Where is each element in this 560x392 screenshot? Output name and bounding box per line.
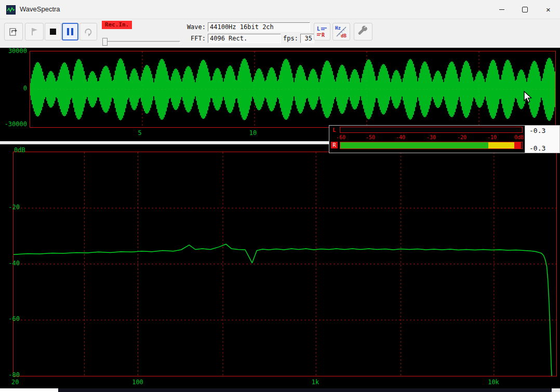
rec-in-badge: Rec.In. xyxy=(102,21,132,29)
close-icon: × xyxy=(546,5,551,14)
stop-icon xyxy=(50,29,56,35)
fps-label: fps: xyxy=(282,35,298,42)
svg-text:L: L xyxy=(317,26,320,32)
wave-format-field[interactable]: 44100Hz 16bit 2ch xyxy=(208,22,310,32)
hz-db-axis-icon: Hz dB xyxy=(335,25,348,38)
meter-bar-yellow xyxy=(488,142,514,148)
stop-button[interactable] xyxy=(45,23,61,40)
fft-label: FFT: xyxy=(171,35,206,42)
spec-xtick-10k: 10k xyxy=(483,379,504,386)
wave-ytick-top: 30000 xyxy=(3,48,27,55)
spec-ytick-60: -60 xyxy=(2,316,20,322)
app-icon xyxy=(6,5,16,15)
wave-xtick-5: 5 xyxy=(132,130,148,137)
waveform-plot xyxy=(30,51,556,128)
meter-bar-green xyxy=(340,142,488,148)
settings-button[interactable] xyxy=(354,23,372,40)
level-slider-thumb[interactable] xyxy=(102,38,108,46)
meter-scale-tick: -30 xyxy=(424,134,438,140)
channel-lr-button[interactable]: L R xyxy=(314,23,330,40)
title-bar[interactable]: WaveSpectra × xyxy=(0,0,560,19)
spec-ytick-80: -80 xyxy=(2,372,20,379)
axis-settings-button[interactable]: Hz dB xyxy=(332,23,350,40)
meter-bar-red xyxy=(514,142,521,148)
minimize-button[interactable] xyxy=(490,0,513,19)
window-title: WaveSpectra xyxy=(20,5,60,13)
record-button[interactable] xyxy=(4,23,23,40)
meter-scale-tick: -40 xyxy=(393,134,408,140)
fps-field[interactable]: 35 xyxy=(300,34,314,43)
meter-left-value: -0.3 xyxy=(529,127,545,134)
record-input-icon xyxy=(8,26,19,37)
close-button[interactable]: × xyxy=(537,0,560,19)
wave-label: Wave: xyxy=(171,23,206,31)
meter-scale-tick: 0dB xyxy=(506,134,524,140)
spectrum-pane: 0dB -20 -40 -60 -80 20 100 1k 10k xyxy=(0,144,560,388)
spectrum-plot xyxy=(13,152,557,376)
meter-scale-tick: -60 xyxy=(334,134,348,140)
spec-ytick-20: -20 xyxy=(2,204,20,211)
maximize-icon xyxy=(522,7,528,12)
wave-xtick-10: 10 xyxy=(245,130,261,137)
taskbar-edge-corner xyxy=(552,388,560,392)
spec-ytick-0: 0dB xyxy=(14,147,25,154)
meter-scale-tick: -20 xyxy=(455,134,469,140)
pause-button[interactable] xyxy=(62,23,78,40)
meter-left-bar xyxy=(340,127,523,133)
play-flag-icon xyxy=(29,26,39,37)
play-button[interactable] xyxy=(25,23,44,40)
spec-xtick-100: 100 xyxy=(127,379,148,386)
spec-xtick-20: 20 xyxy=(11,379,19,386)
repeat-button[interactable] xyxy=(79,23,97,40)
spec-ytick-40: -40 xyxy=(2,260,20,267)
minimize-icon xyxy=(499,9,504,10)
meter-right-bar xyxy=(340,142,523,149)
level-meter-bars: L -60 -50 -40 -30 -20 -10 0dB R xyxy=(329,125,525,153)
maximize-button[interactable] xyxy=(513,0,537,19)
level-slider-track[interactable] xyxy=(102,41,180,43)
repeat-icon xyxy=(83,26,94,37)
level-meter: L -60 -50 -40 -30 -20 -10 0dB R -0.3 -0.… xyxy=(329,125,560,153)
spec-xtick-1k: 1k xyxy=(305,379,326,386)
taskbar-edge xyxy=(0,388,560,392)
mouse-cursor xyxy=(524,91,534,104)
meter-scale-tick: -10 xyxy=(485,134,499,140)
lr-channel-icon: L R xyxy=(316,25,328,38)
wave-ytick-bottom: -30000 xyxy=(3,121,27,128)
svg-text:dB: dB xyxy=(341,33,346,38)
meter-scale-tick: -50 xyxy=(363,134,378,140)
wavespectra-window: WaveSpectra × xyxy=(0,0,560,392)
pause-icon xyxy=(67,28,73,35)
fft-settings-field[interactable]: 4096 Rect. xyxy=(208,34,281,43)
wave-ytick-mid: 0 xyxy=(3,85,27,92)
meter-left-label: L xyxy=(332,127,336,133)
meter-right-value: -0.3 xyxy=(529,144,545,152)
svg-text:R: R xyxy=(322,32,325,38)
toolbar: Rec.In. Wave: 44100Hz 16bit 2ch FFT: 409… xyxy=(0,19,560,48)
svg-text:Hz: Hz xyxy=(335,25,341,31)
wrench-settings-icon xyxy=(357,25,369,38)
meter-right-label: R xyxy=(331,142,338,148)
level-meter-values: -0.3 -0.3 xyxy=(525,125,560,153)
taskbar-edge-dark xyxy=(58,388,552,392)
